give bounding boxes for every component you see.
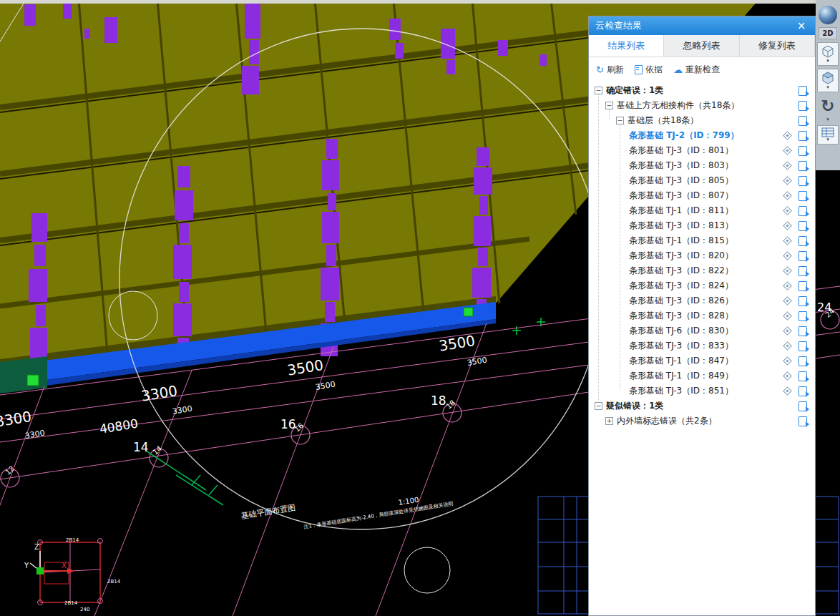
tab-fix-list[interactable]: 修复列表 (740, 35, 815, 57)
export-doc-icon[interactable] (799, 221, 807, 231)
locate-icon[interactable] (783, 161, 792, 170)
tree-item[interactable]: 条形基础 TJ-3（ID：805） (589, 173, 815, 188)
cube-icon (821, 71, 835, 85)
locate-icon[interactable] (783, 341, 792, 351)
locate-icon[interactable] (783, 356, 792, 366)
tree-item[interactable]: 条形基础 TJ-3（ID：822） (589, 263, 815, 278)
export-doc-icon[interactable] (799, 326, 807, 336)
locate-icon[interactable] (783, 311, 792, 321)
export-doc-icon[interactable] (799, 416, 807, 426)
tree-item[interactable]: 条形基础 TJ-3（ID：826） (589, 293, 815, 308)
tree-item[interactable]: 条形基础 TJ-2（ID：799） (589, 128, 815, 143)
locate-icon[interactable] (783, 281, 792, 290)
collapse-icon[interactable]: − (605, 102, 613, 109)
locate-icon[interactable] (783, 131, 792, 140)
panel-toolbar: ↻ 刷新 依据 ☁ 重新检查 (589, 57, 815, 80)
dimension-label: 240 (80, 607, 89, 612)
view-cube-button[interactable]: ▾ (817, 69, 839, 92)
expand-icon[interactable]: + (605, 417, 613, 425)
export-doc-icon[interactable] (799, 116, 807, 126)
results-tree: − 确定错误：1类 − 基础上方无相接构件（共18条） − 基础层（共18条） … (589, 80, 815, 615)
ucs-z-label: Z (34, 544, 39, 551)
locate-icon[interactable] (783, 326, 792, 336)
export-doc-icon[interactable] (799, 371, 807, 381)
close-icon[interactable]: × (794, 19, 809, 32)
export-doc-icon[interactable] (799, 206, 807, 216)
application-window: 3500 3500 3300 3300 40800 3500 3500 3300… (0, 0, 840, 616)
export-doc-icon[interactable] (799, 236, 807, 246)
chevron-down-icon: ▾ (826, 137, 829, 142)
export-doc-icon[interactable] (799, 386, 807, 396)
export-doc-icon[interactable] (799, 401, 807, 411)
export-doc-icon[interactable] (799, 281, 807, 291)
export-doc-icon[interactable] (799, 266, 807, 276)
collapse-icon[interactable]: − (595, 402, 602, 410)
export-doc-icon[interactable] (799, 311, 807, 321)
rebar-label: 2B14 (107, 580, 120, 585)
export-doc-icon[interactable] (799, 341, 807, 351)
view-toolbar: 2D ▾ ▾ ↻ ▾ ▾ (816, 0, 840, 170)
cube-wire-icon (821, 44, 835, 59)
export-doc-icon[interactable] (799, 176, 807, 186)
view-cube-wire-button[interactable]: ▾ (817, 42, 839, 66)
ucs-x-label: X (62, 562, 67, 569)
locate-icon[interactable] (783, 386, 792, 396)
tree-item[interactable]: 条形基础 TJ-1（ID：849） (589, 368, 815, 383)
tree-item[interactable]: 条形基础 TJ-1（ID：847） (589, 353, 815, 368)
export-doc-icon[interactable] (799, 101, 807, 111)
locate-icon[interactable] (783, 236, 792, 245)
locate-icon[interactable] (783, 296, 792, 305)
sheet-view-button[interactable]: ▾ (817, 125, 839, 145)
locate-icon[interactable] (783, 266, 792, 275)
tree-item[interactable]: 条形基础 TJ-3（ID：820） (589, 248, 815, 263)
tree-group-no-adjacent-component[interactable]: − 基础上方无相接构件（共18条） (589, 98, 815, 113)
axis-number-label: 18 (431, 395, 446, 407)
export-doc-icon[interactable] (799, 86, 807, 96)
tree-item[interactable]: 条形基础 TJ-3（ID：813） (589, 218, 815, 233)
locate-icon[interactable] (783, 206, 792, 215)
refresh-button[interactable]: ↻ 刷新 (596, 64, 624, 76)
rotate-view-button[interactable]: ↻ (821, 98, 834, 114)
export-doc-icon[interactable] (799, 131, 807, 141)
tree-item[interactable]: 条形基础 TJ-3（ID：824） (589, 278, 815, 293)
panel-tabs: 结果列表 忽略列表 修复列表 (589, 35, 815, 57)
axis-number-label: 14 (133, 441, 149, 454)
panel-titlebar: 云检查结果 × (589, 16, 815, 35)
tree-item[interactable]: 条形基础 TJ-3（ID：801） (589, 143, 815, 158)
locate-icon[interactable] (783, 371, 792, 381)
cloud-check-results-panel: 云检查结果 × 结果列表 忽略列表 修复列表 ↻ 刷新 依据 ☁ 重新检查 (588, 16, 816, 616)
collapse-icon[interactable]: − (595, 87, 602, 94)
locate-icon[interactable] (783, 146, 792, 155)
export-doc-icon[interactable] (799, 356, 807, 366)
collapse-icon[interactable]: − (616, 117, 624, 124)
tree-item[interactable]: 条形基础 TJ-3（ID：851） (589, 383, 815, 399)
basis-button[interactable]: 依据 (635, 64, 663, 76)
tree-item[interactable]: 条形基础 TJ-3（ID：807） (589, 188, 815, 203)
orbit-sphere-icon[interactable] (819, 6, 837, 24)
locate-icon[interactable] (783, 191, 792, 200)
chevron-down-icon: ▾ (826, 59, 829, 64)
tree-item[interactable]: 条形基础 TJ-3（ID：828） (589, 308, 815, 323)
tree-group-wall-flag-errors[interactable]: + 内外墙标志错误（共2条） (589, 414, 815, 429)
tree-item[interactable]: 条形基础 TJ-3（ID：803） (589, 158, 815, 173)
export-doc-icon[interactable] (799, 251, 807, 261)
tree-item[interactable]: 条形基础 TJ-3（ID：833） (589, 338, 815, 353)
locate-icon[interactable] (783, 176, 792, 185)
view-2d-button[interactable]: 2D (819, 27, 837, 39)
export-doc-icon[interactable] (799, 296, 807, 306)
tab-ignore-list[interactable]: 忽略列表 (664, 35, 739, 57)
tab-result-list[interactable]: 结果列表 (589, 35, 664, 57)
export-doc-icon[interactable] (799, 191, 807, 201)
recheck-button[interactable]: ☁ 重新检查 (673, 64, 720, 76)
chevron-down-icon[interactable]: ▾ (826, 117, 829, 122)
tree-group-suspected-errors[interactable]: − 疑似错误：1类 (589, 399, 815, 414)
tree-item[interactable]: 条形基础 TJ-6（ID：830） (589, 323, 815, 338)
tree-item[interactable]: 条形基础 TJ-1（ID：811） (589, 203, 815, 218)
locate-icon[interactable] (783, 221, 792, 230)
tree-group-confirmed-errors[interactable]: − 确定错误：1类 (589, 83, 815, 98)
tree-group-foundation-layer[interactable]: − 基础层（共18条） (589, 113, 815, 128)
tree-item[interactable]: 条形基础 TJ-1（ID：815） (589, 233, 815, 248)
export-doc-icon[interactable] (799, 161, 807, 171)
export-doc-icon[interactable] (799, 146, 807, 156)
locate-icon[interactable] (783, 251, 792, 260)
